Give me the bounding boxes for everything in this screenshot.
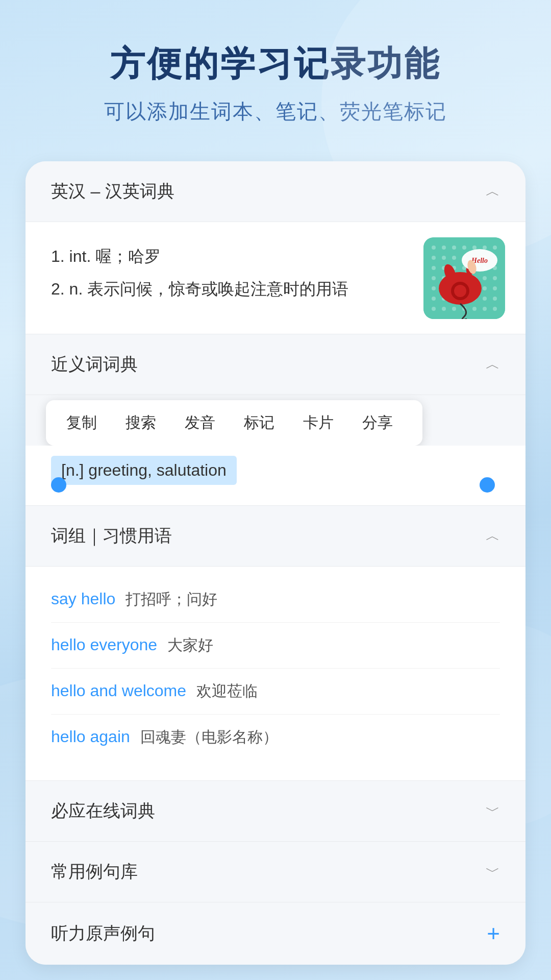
- dictionary-chevron-up-icon: ︿: [486, 182, 500, 201]
- synonyms-section-title: 近义词词典: [51, 353, 138, 376]
- page-title: 方便的学习记录功能: [31, 41, 520, 87]
- entry-2-index: 2.: [51, 280, 69, 298]
- svg-point-47: [472, 307, 477, 311]
- svg-point-3: [452, 246, 456, 250]
- phrases-chevron-up-icon: ︿: [486, 526, 500, 546]
- svg-point-15: [432, 266, 436, 270]
- main-card: 英汉 – 汉英词典 ︿: [26, 161, 525, 965]
- dictionary-content: Hello 1. int. 喔；哈罗 2. n. 表示问候，惊奇或唤起注意时的用…: [26, 222, 525, 334]
- svg-point-53: [454, 285, 466, 297]
- phrase-2-chinese: 大家好: [167, 635, 213, 656]
- context-menu-copy[interactable]: 复制: [61, 412, 111, 433]
- phrase-1-chinese: 打招呼；问好: [126, 589, 217, 610]
- context-menu-mark[interactable]: 标记: [230, 412, 289, 433]
- svg-point-34: [483, 286, 487, 290]
- svg-point-7: [493, 246, 497, 250]
- svg-point-1: [432, 246, 436, 250]
- context-menu: 复制 搜索 发音 标记 卡片 分享: [46, 400, 422, 446]
- synonyms-section: 近义词词典 ︿ 复制 搜索 发音 标记 卡片 分享 [n.] greeting,…: [26, 334, 525, 505]
- svg-point-28: [493, 276, 497, 280]
- entry-1-def: 喔；哈罗: [95, 247, 161, 265]
- listening-title: 听力原声例句: [51, 922, 155, 945]
- svg-point-45: [452, 307, 456, 311]
- svg-point-42: [493, 297, 497, 301]
- svg-point-5: [472, 246, 477, 250]
- dictionary-section-title: 英汉 – 汉英词典: [51, 180, 174, 203]
- dict-entry-2: 2. n. 表示问候，惊奇或唤起注意时的用语: [51, 275, 403, 303]
- phrase-2-english: hello everyone: [51, 635, 157, 654]
- svg-point-36: [432, 297, 436, 301]
- phrase-1-english: say hello: [51, 590, 115, 608]
- svg-point-22: [432, 276, 436, 280]
- page-subtitle: 可以添加生词本、笔记、荧光笔标记: [31, 97, 520, 126]
- context-menu-pronounce[interactable]: 发音: [170, 412, 230, 433]
- svg-point-9: [442, 256, 446, 260]
- svg-point-29: [432, 286, 436, 290]
- phrase-4-english: hello again: [51, 727, 130, 746]
- svg-point-10: [452, 256, 456, 260]
- selection-handle-right: [480, 477, 495, 493]
- context-menu-search[interactable]: 搜索: [111, 412, 170, 433]
- listening-plus-icon[interactable]: +: [487, 921, 500, 946]
- hello-image: Hello: [423, 237, 505, 319]
- phrase-item-1[interactable]: say hello 打招呼；问好: [51, 577, 500, 623]
- page-header: 方便的学习记录功能 可以添加生词本、笔记、荧光笔标记: [0, 0, 551, 146]
- phrases-section-header[interactable]: 词组｜习惯用语 ︿: [26, 505, 525, 567]
- phrases-content: say hello 打招呼；问好 hello everyone 大家好 hell…: [26, 567, 525, 780]
- phrase-3-chinese: 欢迎莅临: [196, 681, 258, 702]
- svg-point-41: [483, 297, 487, 301]
- phrase-4-chinese: 回魂妻（电影名称）: [140, 727, 278, 748]
- svg-point-8: [432, 256, 436, 260]
- example-sentences-section-header[interactable]: 常用例句库 ﹀: [26, 841, 525, 902]
- entry-1-index: 1.: [51, 247, 69, 265]
- svg-point-27: [483, 276, 487, 280]
- entry-1-type: int.: [69, 247, 96, 265]
- svg-point-44: [442, 307, 446, 311]
- entry-2-type: n.: [69, 280, 88, 298]
- synonym-content: [n.] greeting, salutation: [26, 446, 525, 505]
- selected-synonym-text[interactable]: [n.] greeting, salutation: [51, 456, 237, 485]
- synonyms-section-header[interactable]: 近义词词典 ︿: [26, 334, 525, 395]
- entry-2-def: 表示问候，惊奇或唤起注意时的用语: [87, 280, 348, 298]
- svg-point-43: [432, 307, 436, 311]
- online-dict-chevron-down-icon: ﹀: [486, 801, 500, 821]
- dictionary-section-header[interactable]: 英汉 – 汉英词典 ︿: [26, 161, 525, 222]
- svg-point-48: [483, 307, 487, 311]
- listening-section-header[interactable]: 听力原声例句 +: [26, 902, 525, 965]
- svg-point-35: [493, 286, 497, 290]
- phrases-section-title: 词组｜习惯用语: [51, 524, 172, 548]
- selection-handle-left: [51, 477, 66, 493]
- example-sentences-chevron-down-icon: ﹀: [486, 862, 500, 881]
- svg-point-4: [462, 246, 466, 250]
- online-dict-title: 必应在线词典: [51, 799, 155, 823]
- synonyms-chevron-up-icon: ︿: [486, 355, 500, 374]
- svg-point-6: [483, 246, 487, 250]
- phrase-item-2[interactable]: hello everyone 大家好: [51, 623, 500, 669]
- example-sentences-title: 常用例句库: [51, 860, 138, 884]
- phrase-item-3[interactable]: hello and welcome 欢迎莅临: [51, 669, 500, 715]
- phrase-item-4[interactable]: hello again 回魂妻（电影名称）: [51, 715, 500, 760]
- phrases-section: 词组｜习惯用语 ︿ say hello 打招呼；问好 hello everyon…: [26, 505, 525, 780]
- selected-text-row: [n.] greeting, salutation: [51, 451, 500, 490]
- context-menu-card[interactable]: 卡片: [289, 412, 348, 433]
- svg-point-49: [493, 307, 497, 311]
- context-menu-share[interactable]: 分享: [348, 412, 407, 433]
- svg-point-2: [442, 246, 446, 250]
- online-dict-section-header[interactable]: 必应在线词典 ﹀: [26, 780, 525, 841]
- phrase-3-english: hello and welcome: [51, 681, 186, 700]
